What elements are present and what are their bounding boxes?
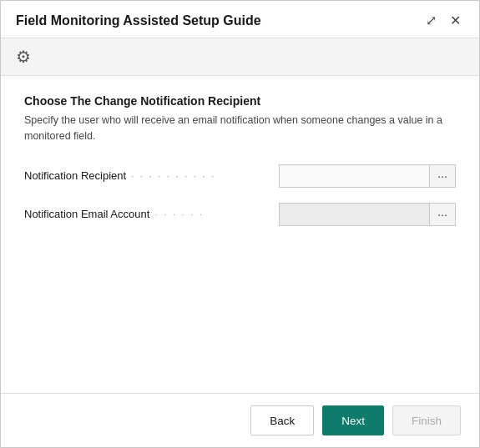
notification-email-account-ellipsis-button[interactable]: ··· [429, 203, 456, 226]
notification-email-account-input[interactable] [279, 203, 430, 226]
expand-button[interactable]: ⤢ [422, 13, 440, 29]
notification-email-account-row: Notification Email Account · · · · · · ·… [24, 203, 456, 226]
notification-recipient-row: Notification Recipient · · · · · · · · ·… [24, 164, 456, 188]
dialog-title: Field Monitoring Assisted Setup Guide [16, 13, 261, 28]
finish-button: Finish [392, 405, 461, 435]
notification-recipient-ellipsis-button[interactable]: ··· [429, 164, 456, 188]
toolbar-bar: ⚙ [1, 38, 479, 76]
dialog-container: Field Monitoring Assisted Setup Guide ⤢ … [0, 0, 480, 448]
section-title: Choose The Change Notification Recipient [24, 94, 456, 108]
back-button[interactable]: Back [250, 405, 314, 435]
gear-icon: ⚙ [16, 48, 31, 66]
dialog-body: Choose The Change Notification Recipient… [1, 76, 479, 393]
section-description: Specify the user who will receive an ema… [24, 113, 456, 144]
notification-recipient-input[interactable] [279, 164, 430, 188]
notification-recipient-label-group: Notification Recipient · · · · · · · · ·… [24, 169, 279, 182]
next-button[interactable]: Next [322, 405, 384, 435]
close-button[interactable]: ✕ [447, 13, 464, 29]
header-icons: ⤢ ✕ [422, 13, 464, 29]
notification-recipient-input-wrapper: ··· [279, 164, 456, 188]
dots-spacer-2: · · · · · · [149, 209, 279, 220]
dots-spacer-1: · · · · · · · · · · [126, 170, 279, 182]
notification-recipient-label: Notification Recipient [24, 169, 126, 182]
notification-email-account-label: Notification Email Account [24, 208, 149, 220]
dialog-footer: Back Next Finish [1, 393, 479, 447]
notification-email-label-group: Notification Email Account · · · · · · [24, 208, 279, 220]
notification-email-account-input-wrapper: ··· [279, 203, 456, 226]
dialog-header: Field Monitoring Assisted Setup Guide ⤢ … [1, 1, 479, 38]
